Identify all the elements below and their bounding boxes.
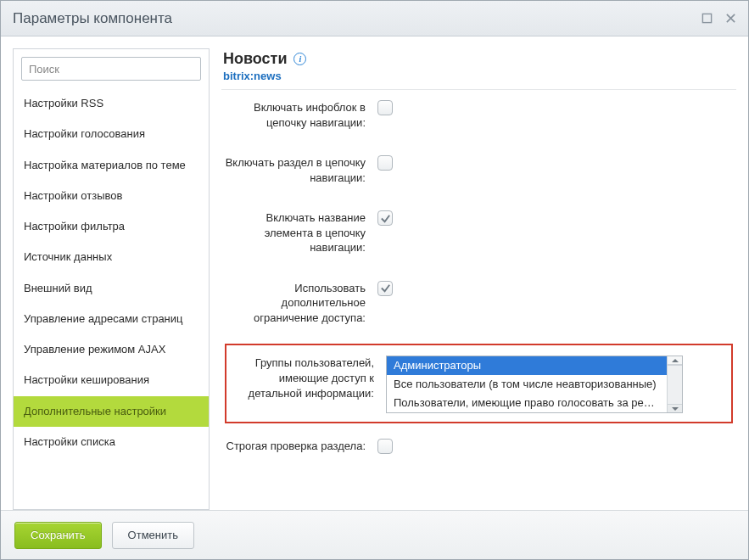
page-heading-text: Новости — [223, 50, 287, 68]
param-row-add-iblock: Включать инфоблок в цепочку навигации: — [225, 98, 733, 130]
sidebar-nav[interactable]: Настройки RSS Настройки голосования Наст… — [14, 88, 209, 509]
param-control — [377, 98, 733, 118]
checkbox-add-section[interactable] — [377, 155, 393, 171]
checkbox-extra-perm[interactable] — [377, 281, 393, 296]
list-item[interactable]: Пользователи, имеющие право голосовать з… — [387, 394, 667, 412]
scroll-up-icon[interactable] — [668, 356, 682, 365]
sidebar-item-additional[interactable]: Дополнительные настройки — [14, 396, 209, 427]
dialog-window: Параметры компонента Настройки RSS Настр… — [0, 0, 749, 560]
close-icon[interactable] — [724, 13, 736, 25]
param-label: Строгая проверка раздела: — [225, 437, 377, 454]
save-button[interactable]: Сохранить — [14, 522, 102, 549]
titlebar: Параметры компонента — [1, 1, 748, 36]
sidebar-item-cache[interactable]: Настройки кеширования — [14, 365, 209, 395]
param-row-add-section: Включать раздел в цепочку навигации: — [225, 154, 733, 185]
sidebar-item-appearance[interactable]: Внешний вид — [14, 273, 209, 304]
param-label: Включать название элемента в цепочку нав… — [225, 209, 377, 255]
sidebar-item-related[interactable]: Настройка материалов по теме — [14, 150, 209, 181]
checkbox-add-iblock[interactable] — [377, 100, 393, 115]
groups-multiselect[interactable]: Администраторы Все пользователи (в том ч… — [386, 356, 683, 413]
sidebar-item-voting[interactable]: Настройки голосования — [14, 119, 209, 149]
sidebar-item-rss[interactable]: Настройки RSS — [14, 88, 209, 119]
sidebar: Настройки RSS Настройки голосования Наст… — [13, 48, 210, 510]
groups-scrollbar[interactable] — [667, 356, 682, 412]
info-icon[interactable]: i — [293, 53, 306, 65]
groups-list[interactable]: Администраторы Все пользователи (в том ч… — [387, 356, 667, 412]
checkbox-add-element[interactable] — [377, 210, 393, 226]
search-wrap — [14, 49, 209, 88]
maximize-icon[interactable] — [701, 13, 713, 25]
cancel-button[interactable]: Отменить — [112, 522, 194, 549]
sidebar-item-filter[interactable]: Настройки фильтра — [14, 211, 209, 242]
param-row-add-element: Включать название элемента в цепочку нав… — [225, 209, 733, 255]
checkbox-strict[interactable] — [377, 439, 393, 454]
param-row-groups: Группы пользователей, имеющие доступ к д… — [233, 354, 724, 413]
list-item[interactable]: Администраторы — [387, 356, 667, 375]
param-control: Администраторы Все пользователи (в том ч… — [386, 354, 724, 413]
param-control — [377, 209, 733, 227]
list-item[interactable]: Все пользователи (в том числе неавторизо… — [387, 375, 667, 394]
window-title: Параметры компонента — [13, 10, 172, 27]
window-controls — [701, 13, 736, 25]
main: Новости i bitrix:news Включать инфоблок … — [221, 48, 736, 510]
param-label: Группы пользователей, имеющие доступ к д… — [233, 354, 386, 400]
scroll-track[interactable] — [668, 365, 682, 405]
highlighted-param: Группы пользователей, имеющие доступ к д… — [225, 344, 733, 423]
main-header: Новости i bitrix:news — [221, 48, 736, 89]
search-input[interactable] — [21, 57, 201, 81]
param-label: Использовать дополнительное ограничение … — [225, 279, 377, 326]
page-heading: Новости i — [223, 50, 735, 68]
svg-rect-0 — [702, 14, 711, 22]
param-control — [377, 279, 733, 297]
param-row-strict: Строгая проверка раздела: — [225, 437, 733, 456]
sidebar-item-list[interactable]: Настройки списка — [14, 427, 209, 457]
param-label: Включать инфоблок в цепочку навигации: — [225, 98, 377, 130]
dialog-footer: Сохранить Отменить — [1, 510, 748, 559]
param-row-extra-perm: Использовать дополнительное ограничение … — [225, 279, 733, 326]
param-control — [377, 154, 733, 173]
dialog-body: Настройки RSS Настройки голосования Наст… — [1, 36, 748, 510]
scroll-down-icon[interactable] — [668, 405, 682, 412]
param-control — [377, 437, 733, 456]
component-code: bitrix:news — [223, 70, 735, 82]
sidebar-item-sef[interactable]: Управление адресами страниц — [14, 304, 209, 334]
params-scroll[interactable]: Включать инфоблок в цепочку навигации: В… — [221, 89, 736, 510]
sidebar-item-data-source[interactable]: Источник данных — [14, 242, 209, 272]
sidebar-item-reviews[interactable]: Настройки отзывов — [14, 181, 209, 211]
sidebar-item-ajax[interactable]: Управление режимом AJAX — [14, 334, 209, 365]
param-label: Включать раздел в цепочку навигации: — [225, 154, 377, 185]
